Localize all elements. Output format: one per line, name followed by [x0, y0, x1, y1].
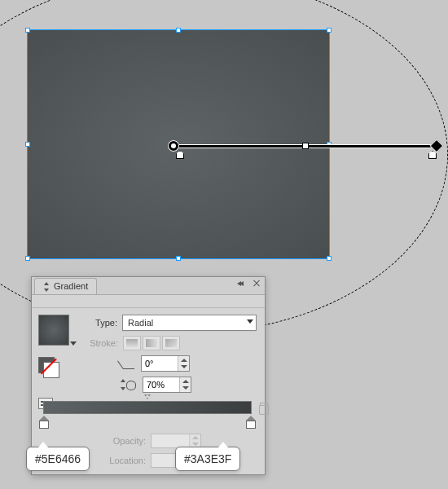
type-select[interactable]: Radial: [122, 315, 257, 331]
aspect-stepper[interactable]: [179, 377, 191, 392]
stroke-along-icon[interactable]: [143, 336, 160, 350]
gradient-annotator[interactable]: [174, 141, 437, 151]
swatch-dropdown-icon[interactable]: [70, 341, 77, 346]
gradient-midpoint-handle[interactable]: [302, 143, 309, 149]
callout-start-text: #5E6466: [35, 452, 81, 465]
type-label: Type:: [81, 318, 117, 328]
angle-icon: [123, 358, 136, 369]
fill-stroke-proxy[interactable]: [38, 357, 61, 377]
swatch-column: [38, 315, 74, 377]
gradient-stop-right[interactable]: [246, 416, 256, 427]
angle-stepper[interactable]: [178, 356, 189, 371]
gradient-panel: Gradient Type:: [31, 276, 266, 475]
callout-end-text: #3A3E3F: [184, 452, 231, 465]
gradient-origin-handle[interactable]: [168, 140, 179, 152]
panel-tab-bar: Gradient: [32, 277, 265, 295]
callout-end-color: #3A3E3F: [175, 447, 240, 471]
stroke-gradient-type-group: [123, 336, 180, 350]
chevron-down-icon: [247, 319, 253, 324]
angle-input[interactable]: [141, 355, 190, 372]
gradient-ramp[interactable]: [43, 401, 252, 416]
panel-collapse-icon[interactable]: [43, 281, 51, 293]
location-label: Location:: [103, 456, 146, 465]
callout-start-color: #5E6466: [26, 447, 90, 471]
opacity-label: Opacity:: [103, 436, 146, 446]
gradient-preview-swatch[interactable]: [38, 315, 69, 346]
collapse-icon[interactable]: [237, 280, 247, 288]
gradient-midpoint-diamond[interactable]: [144, 394, 151, 399]
tab-gradient[interactable]: Gradient: [34, 278, 97, 294]
angle-field[interactable]: [142, 356, 178, 371]
gradient-stop-left[interactable]: [39, 416, 49, 427]
gradient-ramp-track[interactable]: [43, 401, 252, 414]
stroke-within-icon[interactable]: [123, 336, 141, 350]
aspect-ratio-icon: [123, 379, 138, 390]
stroke-label: Stroke:: [81, 338, 118, 348]
gradient-end-handle[interactable]: [430, 139, 444, 153]
close-icon[interactable]: [252, 279, 261, 289]
stroke-across-icon[interactable]: [162, 336, 180, 350]
type-value: Radial: [128, 318, 153, 328]
panel-title: Gradient: [54, 279, 88, 294]
aspect-field[interactable]: [143, 377, 179, 392]
trash-icon[interactable]: [258, 403, 268, 414]
gradient-stops-row: [43, 417, 252, 429]
aspect-input[interactable]: [143, 377, 191, 393]
